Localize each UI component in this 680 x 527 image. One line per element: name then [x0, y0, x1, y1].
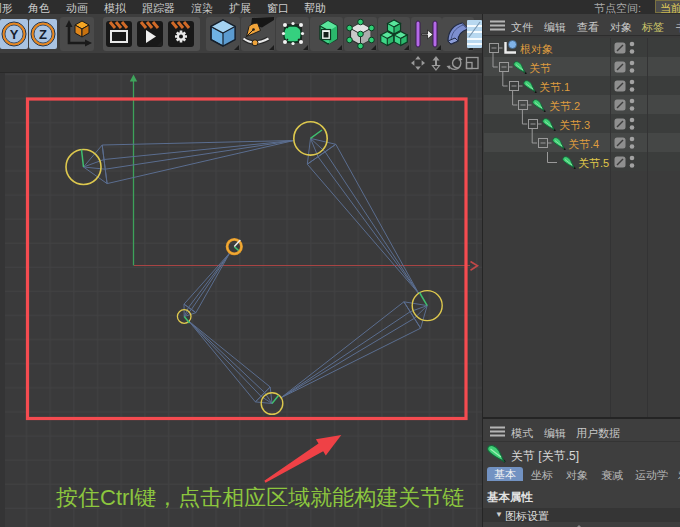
- svg-text:Y: Y: [10, 27, 19, 42]
- svg-text:Z: Z: [39, 27, 47, 42]
